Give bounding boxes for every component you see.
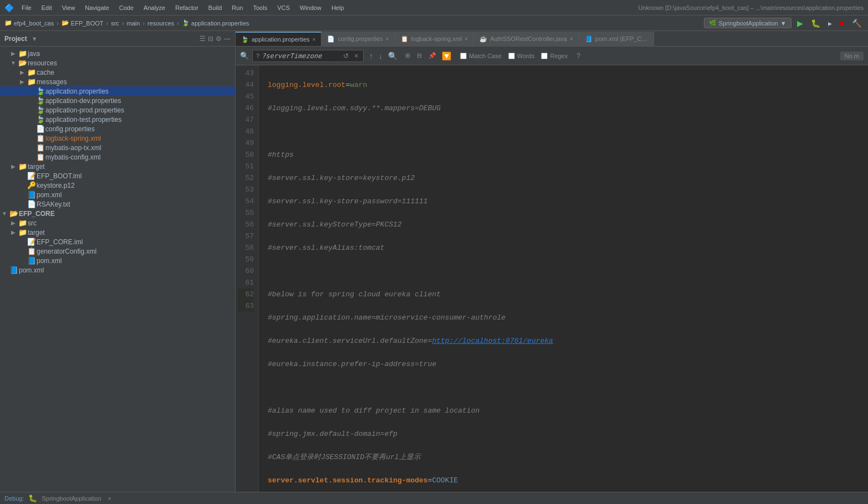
tab-config-properties[interactable]: 📄 config.properties × <box>321 32 395 46</box>
tree-item-pom1[interactable]: 📘 pom.xml <box>0 190 235 199</box>
breadcrumb-resources[interactable]: resources <box>147 20 174 27</box>
tree-item-config-properties[interactable]: 📄 config.properties <box>0 124 235 133</box>
project-icon: 📁 <box>4 19 12 27</box>
breadcrumb-EFP_BOOT[interactable]: EFP_BOOT <box>71 20 104 27</box>
code-content[interactable]: logging.level.root=warn #logging.level.c… <box>259 65 868 492</box>
tree-item-pom2[interactable]: 📘 pom.xml <box>0 256 235 265</box>
menu-bar[interactable]: File Edit View Navigate Code Analyze Ref… <box>17 3 349 12</box>
menu-analyze[interactable]: Analyze <box>139 3 170 12</box>
breadcrumb-efp4[interactable]: efp4_boot_cas <box>14 20 54 27</box>
tree-item-keystore[interactable]: 🔑 keystore.p12 <box>0 181 235 190</box>
search-pin-button[interactable]: 📌 <box>426 51 438 60</box>
code-line-60: server.servlet.session.tracking-modes=CO… <box>265 475 868 486</box>
tab-icon-pom: 📘 <box>585 35 593 43</box>
words-option[interactable]: Words <box>508 53 535 59</box>
search-prev-button[interactable]: ↑ <box>367 50 375 61</box>
match-case-checkbox[interactable] <box>460 53 467 59</box>
xml-icon-genconfig: 📋 <box>27 247 37 255</box>
menu-navigate[interactable]: Navigate <box>80 3 113 12</box>
breadcrumb[interactable]: 📁 efp4_boot_cas › 📂 EFP_BOOT › src › mai… <box>4 19 249 27</box>
tree-arrow-target2: ▶ <box>9 229 18 235</box>
regex-checkbox[interactable] <box>541 53 548 59</box>
search-replace-button[interactable]: ⊟ <box>415 51 424 60</box>
tree-item-rsakey[interactable]: 📄 RSAKey.txt <box>0 199 235 209</box>
tree-item-messages[interactable]: ▶ 📁 messages <box>0 77 235 86</box>
breadcrumb-main[interactable]: main <box>127 20 140 27</box>
tree-item-efp-core[interactable]: ▼ 📂 EFP_CORE <box>0 209 235 218</box>
search-input[interactable] <box>262 52 339 60</box>
tree-item-target2[interactable]: ▶ 📁 target <box>0 228 235 237</box>
debug-button[interactable]: 🐛 <box>809 18 823 29</box>
tab-label-pom: pom.xml (EFP_C… <box>595 35 648 42</box>
breadcrumb-src[interactable]: src <box>111 20 119 27</box>
run-config-selector[interactable]: 🌿 SpringbootApplication ▼ <box>704 18 792 28</box>
tree-item-pom-root[interactable]: 📘 pom.xml <box>0 265 235 275</box>
tab-authsso[interactable]: ☕ AuthSSORestController.java × <box>474 32 579 46</box>
run-button[interactable]: ▶ <box>795 18 805 29</box>
menu-vcs[interactable]: VCS <box>273 3 294 12</box>
tree-item-application-prod[interactable]: 🍃 application-prod.properties <box>0 105 235 115</box>
menu-file[interactable]: File <box>17 3 36 12</box>
tree-item-application-dev[interactable]: 🍃 application-dev.properties <box>0 96 235 105</box>
search-filter-button[interactable]: 🔽 <box>441 50 452 61</box>
tree-item-efp-boot-iml[interactable]: 📝 EFP_BOOT.iml <box>0 171 235 181</box>
tree-item-efp-core-iml[interactable]: 📝 EFP_CORE.iml <box>0 237 235 246</box>
tree-item-src2[interactable]: ▶ 📁 src <box>0 218 235 228</box>
breadcrumb-application-properties[interactable]: application.properties <box>191 20 249 27</box>
tab-close-logback[interactable]: × <box>464 36 468 42</box>
tree-item-resources[interactable]: ▼ 📂 resources <box>0 58 235 68</box>
folder-icon-java: 📁 <box>18 49 28 58</box>
folder-icon-messages: 📁 <box>27 78 37 86</box>
tab-close-app[interactable]: × <box>313 37 316 43</box>
sidebar-scope-button[interactable]: ☰ <box>200 35 206 43</box>
sidebar-collapse-button[interactable]: ⊟ <box>208 35 213 43</box>
tree-item-mybatis-config[interactable]: 📋 mybatis-config.xml <box>0 152 235 162</box>
tree-item-application-properties[interactable]: 🍃 application.properties <box>0 86 235 96</box>
tree-item-java[interactable]: ▶ 📁 java <box>0 49 235 58</box>
menu-code[interactable]: Code <box>115 3 138 12</box>
tab-application-properties[interactable]: 🍃 application.properties × <box>236 32 321 46</box>
search-help-button[interactable]: ? <box>574 51 583 61</box>
search-clear-button[interactable]: × <box>353 52 360 60</box>
menu-help[interactable]: Help <box>327 3 349 12</box>
menu-window[interactable]: Window <box>295 3 326 12</box>
regex-option[interactable]: Regex <box>541 53 568 59</box>
menu-view[interactable]: View <box>58 3 80 12</box>
build-button[interactable]: 🔨 <box>850 18 864 29</box>
coverage-button[interactable]: ▸ <box>826 18 834 29</box>
menu-build[interactable]: Build <box>204 3 226 12</box>
folder-icon-cache: 📁 <box>27 68 37 76</box>
menu-run[interactable]: Run <box>227 3 247 12</box>
tree-item-generatorconfig[interactable]: 📋 generatorConfig.xml <box>0 246 235 256</box>
tree-item-mybatis-aop[interactable]: 📋 mybatis-aop-tx.xml <box>0 143 235 152</box>
stop-button[interactable]: ■ <box>838 18 846 29</box>
tree-label-rsakey: RSAKey.txt <box>37 200 70 208</box>
code-editor[interactable]: 43 44 45 46 47 48 49 50 51 52 53 54 55 5… <box>236 65 868 492</box>
tab-bar: 🍃 application.properties × 📄 config.prop… <box>236 31 868 47</box>
tab-close-config[interactable]: × <box>386 36 389 42</box>
tree-item-logback[interactable]: 📋 logback-spring.xml <box>0 133 235 143</box>
tree-item-target1[interactable]: ▶ 📁 target <box>0 162 235 171</box>
search-input-wrap[interactable]: ? ↺ × <box>252 50 364 62</box>
search-find-usages-button[interactable]: 🔍 <box>386 50 400 61</box>
sidebar-minimize-button[interactable]: — <box>224 35 231 43</box>
words-checkbox[interactable] <box>508 53 515 59</box>
menu-tools[interactable]: Tools <box>248 3 272 12</box>
tree-item-application-test[interactable]: 🍃 application-test.properties <box>0 115 235 124</box>
iml-icon: 📝 <box>27 172 37 180</box>
search-refresh-button[interactable]: ↺ <box>341 52 350 60</box>
search-next-button[interactable]: ↓ <box>376 50 385 61</box>
match-case-option[interactable]: Match Case <box>460 53 502 59</box>
sep2: › <box>106 20 109 27</box>
sidebar-dropdown-icon[interactable]: ▼ <box>32 35 38 42</box>
debug-close-button[interactable]: × <box>108 495 111 502</box>
menu-edit[interactable]: Edit <box>37 3 57 12</box>
sidebar-settings-button[interactable]: ⚙ <box>216 35 222 43</box>
tree-item-cache[interactable]: ▶ 📁 cache <box>0 68 235 77</box>
search-multiline-button[interactable]: ⊞ <box>403 51 412 60</box>
line-num-46: 46 <box>238 102 254 114</box>
tab-pom[interactable]: 📘 pom.xml (EFP_C… <box>579 32 654 46</box>
menu-refactor[interactable]: Refactor <box>171 3 203 12</box>
tab-close-authsso[interactable]: × <box>570 36 573 42</box>
tab-logback[interactable]: 📋 logback-spring.xml × <box>395 32 474 46</box>
